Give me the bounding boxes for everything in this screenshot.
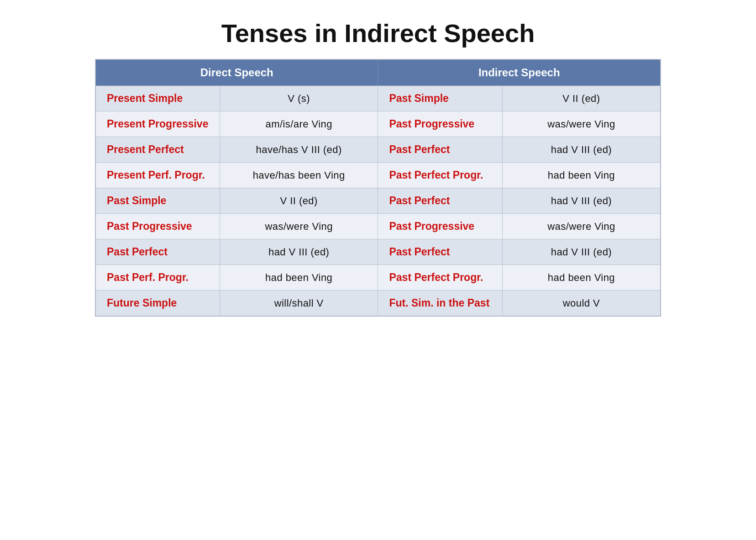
direct-form-cell: will/shall V xyxy=(220,291,378,317)
direct-tense-cell: Past Progressive xyxy=(95,214,220,239)
direct-tense-cell: Present Simple xyxy=(95,86,220,111)
direct-form-cell: V (s) xyxy=(220,86,378,111)
direct-tense-cell: Past Perfect xyxy=(95,239,220,265)
table-row: Past Perf. Progr.had been VingPast Perfe… xyxy=(95,265,661,291)
direct-form-cell: V II (ed) xyxy=(220,188,378,214)
indirect-form-cell: was/were Ving xyxy=(502,214,661,239)
indirect-form-cell: had been Ving xyxy=(502,163,661,188)
direct-form-cell: had been Ving xyxy=(220,265,378,291)
table-row: Past Progressivewas/were VingPast Progre… xyxy=(95,214,661,239)
header-direct-speech: Direct Speech xyxy=(95,59,378,86)
indirect-tense-cell: Past Progressive xyxy=(378,111,502,137)
indirect-tense-cell: Past Simple xyxy=(378,86,502,111)
table-row: Future Simplewill/shall VFut. Sim. in th… xyxy=(95,291,661,317)
direct-tense-cell: Past Simple xyxy=(95,188,220,214)
indirect-form-cell: V II (ed) xyxy=(502,86,661,111)
table-row: Present Perfecthave/has V III (ed)Past P… xyxy=(95,137,661,163)
tenses-table: Direct Speech Indirect Speech Present Si… xyxy=(95,59,661,317)
direct-form-cell: have/has been Ving xyxy=(220,163,378,188)
indirect-form-cell: had V III (ed) xyxy=(502,188,661,214)
indirect-tense-cell: Past Progressive xyxy=(378,214,502,239)
indirect-form-cell: would V xyxy=(502,291,661,317)
indirect-form-cell: had been Ving xyxy=(502,265,661,291)
direct-form-cell: have/has V III (ed) xyxy=(220,137,378,163)
direct-tense-cell: Present Perf. Progr. xyxy=(95,163,220,188)
indirect-tense-cell: Past Perfect xyxy=(378,188,502,214)
page-container: Tenses in Indirect Speech Direct Speech … xyxy=(95,9,661,317)
table-row: Present SimpleV (s)Past SimpleV II (ed) xyxy=(95,86,661,111)
indirect-form-cell: had V III (ed) xyxy=(502,137,661,163)
indirect-form-cell: had V III (ed) xyxy=(502,239,661,265)
indirect-tense-cell: Fut. Sim. in the Past xyxy=(378,291,502,317)
table-row: Present Perf. Progr.have/has been VingPa… xyxy=(95,163,661,188)
direct-tense-cell: Past Perf. Progr. xyxy=(95,265,220,291)
direct-tense-cell: Future Simple xyxy=(95,291,220,317)
page-title: Tenses in Indirect Speech xyxy=(95,9,661,59)
indirect-tense-cell: Past Perfect Progr. xyxy=(378,265,502,291)
direct-form-cell: was/were Ving xyxy=(220,214,378,239)
table-row: Present Progressiveam/is/are VingPast Pr… xyxy=(95,111,661,137)
direct-form-cell: had V III (ed) xyxy=(220,239,378,265)
indirect-form-cell: was/were Ving xyxy=(502,111,661,137)
indirect-tense-cell: Past Perfect xyxy=(378,239,502,265)
table-row: Past SimpleV II (ed)Past Perfecthad V II… xyxy=(95,188,661,214)
header-indirect-speech: Indirect Speech xyxy=(378,59,661,86)
direct-tense-cell: Present Progressive xyxy=(95,111,220,137)
indirect-tense-cell: Past Perfect xyxy=(378,137,502,163)
table-header-row: Direct Speech Indirect Speech xyxy=(95,59,661,86)
direct-form-cell: am/is/are Ving xyxy=(220,111,378,137)
direct-tense-cell: Present Perfect xyxy=(95,137,220,163)
indirect-tense-cell: Past Perfect Progr. xyxy=(378,163,502,188)
table-row: Past Perfecthad V III (ed)Past Perfectha… xyxy=(95,239,661,265)
